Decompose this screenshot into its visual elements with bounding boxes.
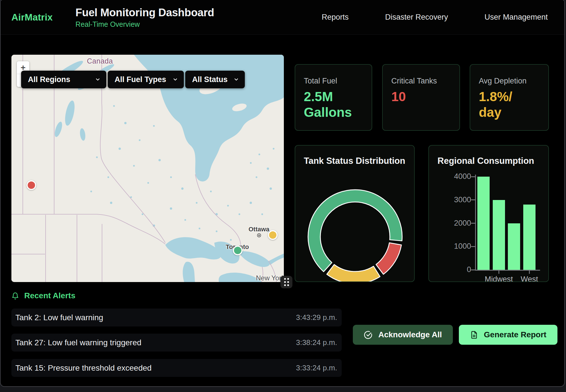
y-axis-tick-label: 0 [429,265,471,274]
dashboard-window: AirMatrix Fuel Monitoring Dashboard Real… [0,0,565,387]
map-label-canada: Canada [87,57,113,65]
nav-item-user-management[interactable]: User Management [484,13,548,22]
file-report-icon [470,331,478,339]
kpi-label: Critical Tanks [391,77,451,85]
regional-consumption-card: Regional Consumption 01000200030004000Mi… [428,145,549,282]
y-axis-tick-label: 3000 [429,195,471,204]
kpi-card-avg-depletion: Avg Depletion 1.8%/​day [470,64,549,131]
kpi-value: 1.8%/​day [479,89,532,120]
tank-status-donut-chart [295,146,415,282]
alert-timestamp: 3:38:24 p.m. [296,338,337,347]
region-filter-dropdown[interactable]: All Regions [21,71,106,88]
alert-timestamp: 3:33:24 p.m. [296,364,337,372]
page-title: Fuel Monitoring Dashboard [76,7,214,18]
y-axis-tick-mark [471,199,475,200]
donut-slice-critical [376,243,401,274]
alert-row[interactable]: Tank 27: Low fuel warning triggered 3:38… [11,334,342,352]
map-label-ottawa: Ottawa [249,226,269,233]
y-axis-tick-mark [471,176,475,177]
map-marker-warning[interactable] [268,230,278,240]
bar-2 [508,223,520,270]
nav-item-disaster-recovery[interactable]: Disaster Recovery [385,13,448,22]
generate-report-button[interactable]: Generate Report [459,325,557,345]
recent-alerts-heading: Recent Alerts [11,291,75,300]
y-axis-tick-mark [471,270,475,270]
recent-alerts-title: Recent Alerts [24,291,75,300]
kpi-value: 2.5M Gallons [304,89,357,120]
header: AirMatrix Fuel Monitoring Dashboard Real… [1,0,564,35]
resize-drag-handle[interactable] [280,276,292,288]
y-axis-tick-mark [471,246,475,247]
page-subtitle: Real-Time Overview [76,21,214,28]
generate-report-label: Generate Report [484,330,546,339]
chevron-down-icon [95,77,101,82]
bar-0 [477,177,490,270]
x-axis-tick-mark [529,271,530,274]
fuel-type-filter-value: All Fuel Types [115,75,166,84]
acknowledge-all-label: Acknowledge All [378,330,442,339]
x-axis-tick-label: West [507,275,549,282]
kpi-value: 10 [391,89,444,105]
y-axis-tick-label: 1000 [429,242,471,251]
chevron-down-icon [233,77,239,82]
y-axis-tick-label: 2000 [429,219,471,228]
y-axis-tick-label: 4000 [429,172,471,181]
x-axis-line [475,270,540,271]
alert-row[interactable]: Tank 15: Pressure threshold exceeded 3:3… [11,359,342,377]
kpi-card-total-fuel: Total Fuel 2.5M Gallons [295,64,372,131]
y-axis-tick-mark [471,223,475,224]
kpi-card-critical-tanks: Critical Tanks 10 [382,64,460,131]
alert-message: Tank 15: Pressure threshold exceeded [15,364,152,373]
check-circle-icon [364,330,372,339]
alert-message: Tank 2: Low fuel warning [15,313,103,322]
donut-slice-warning [327,264,380,282]
map-marker-normal[interactable] [233,246,243,255]
brand-logo[interactable]: AirMatrix [11,12,53,23]
status-filter-dropdown[interactable]: All Status [185,71,245,88]
kpi-label: Avg Depletion [479,77,540,85]
bell-icon [11,291,19,300]
bar-1 [493,200,505,270]
title-block: Fuel Monitoring Dashboard Real-Time Over… [76,7,214,28]
filter-bar: All Regions All Fuel Types All Status [21,71,245,88]
status-filter-value: All Status [192,75,228,84]
region-filter-value: All Regions [28,75,70,84]
map-marker-critical[interactable] [27,180,36,190]
fuel-type-filter-dropdown[interactable]: All Fuel Types [108,71,184,88]
alert-row[interactable]: Tank 2: Low fuel warning 3:43:29 p.m. [11,309,342,326]
y-axis-line [475,175,476,271]
x-axis-tick-mark [498,271,499,274]
tank-status-distribution-card: Tank Status Distribution [295,145,415,282]
kpi-label: Total Fuel [304,77,363,85]
nav-item-reports[interactable]: Reports [322,13,349,22]
chevron-down-icon [172,77,178,82]
bar-3 [523,205,536,270]
alert-message: Tank 27: Low fuel warning triggered [15,338,141,347]
main-nav: Reports Disaster Recovery User Managemen… [322,13,548,22]
map[interactable]: Canada Ottawa Toronto New York + All Reg… [11,55,284,282]
alert-timestamp: 3:43:29 p.m. [296,313,337,322]
regional-consumption-bar-chart: 01000200030004000MidwestWest [429,146,549,282]
acknowledge-all-button[interactable]: Acknowledge All [353,325,453,345]
map-label-new-york: New York [256,274,284,282]
